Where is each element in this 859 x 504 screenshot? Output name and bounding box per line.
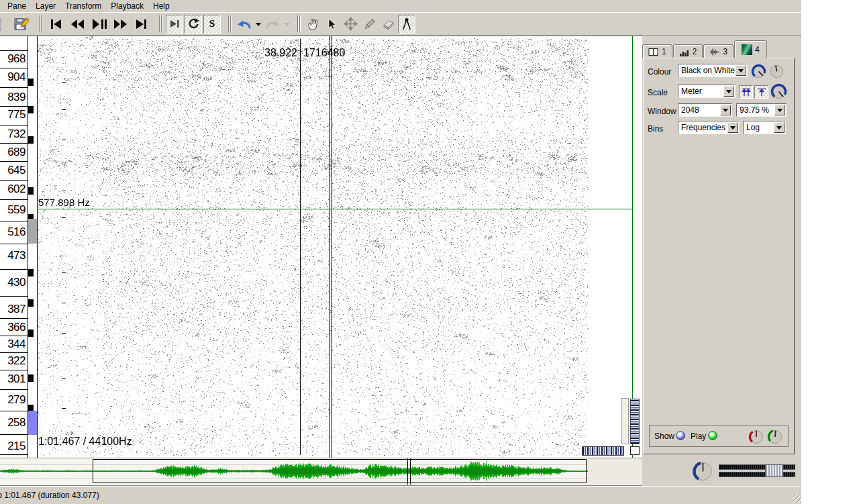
playback-speed-knob[interactable] [693,461,713,485]
pencil-icon [362,17,376,31]
move-icon [344,17,358,31]
tab-layer-2[interactable]: 2 [673,44,703,58]
save-session-icon [14,17,29,32]
axis-gridline [0,352,28,353]
rewind-start-button[interactable] [46,14,66,34]
frequency-tick-label: 732 [0,128,26,140]
axis-gridline [0,389,28,390]
axis-gridline [0,68,28,68]
tab-layer-3[interactable]: 3 [703,44,734,58]
window-resize-grip[interactable] [793,494,801,503]
cursor-frame-label: 1716480 [303,47,345,59]
loop-icon [187,17,200,31]
vertical-scroll-bar[interactable] [621,398,629,444]
solo-toggle[interactable]: S [203,15,221,34]
erase-tool-button[interactable] [379,15,397,34]
tab-pane-layout[interactable]: 1 [642,44,672,58]
piano-highlight-key-blue [28,411,37,435]
fast-forward-end-button[interactable] [132,14,152,34]
horizontal-zoom-thumbwheel[interactable] [582,446,624,456]
piano-black-key [28,106,34,113]
save-session-button[interactable] [13,15,30,34]
overview-visible-extent-box[interactable] [93,459,587,483]
frequency-tick-label: 430 [0,276,26,289]
frequency-axis: 9689048397757326896456025595164734303873… [0,36,28,458]
spectrogram-tab-icon [742,44,752,55]
draw-tool-button[interactable] [360,15,378,34]
frequency-crosshair-line [37,209,633,209]
toolbar-separator [159,15,162,32]
frequency-tick-label: 689 [0,146,26,158]
tab-label: 4 [755,45,760,54]
redo-icon [265,18,281,30]
playback-cursor-line-2 [332,36,332,458]
piano-black-key [28,269,34,276]
position-info-label: 1:01.467 / 44100Hz [38,436,132,448]
key-tick [62,408,66,409]
pane-tab-bar: 1234 [642,40,768,58]
piano-keyboard-strip [28,36,37,458]
piano-highlight-key-gray [28,219,37,244]
tab-label: 3 [723,47,727,56]
axis-gridline [0,125,28,125]
frequency-tick-label: 904 [0,71,26,83]
measure-tool-button[interactable] [398,15,415,34]
undo-icon [236,18,252,30]
select-tool-button[interactable] [323,15,340,34]
menu-transform[interactable]: Transform [60,1,106,11]
fader-handle[interactable] [765,464,783,477]
panes-tab-icon [648,48,659,56]
tab-layer-4[interactable]: 4 [734,40,767,58]
axis-gridline [0,269,28,270]
play-pause-button[interactable] [89,14,109,34]
frequency-tick-label: 258 [0,417,26,429]
dropdown-icon [255,21,262,28]
cursor-time-label: 38.922 [232,47,297,59]
document-button[interactable] [0,15,11,34]
tab-label: 2 [693,47,697,56]
axis-gridline [0,296,28,297]
dropdown-gray-icon [284,21,291,28]
status-bar [0,486,801,504]
frequency-tick-label: 602 [0,183,26,195]
app-window: PaneLayerTransformPlaybackHelp S 9689048… [0,0,859,504]
volume-fader[interactable] [719,464,795,478]
frequency-tick-label: 775 [0,109,26,121]
key-tick [62,191,66,191]
undo-menu-button[interactable] [254,15,262,34]
frequency-tick-label: 279 [0,394,26,406]
vertical-zoom-thumbwheel[interactable] [630,399,640,444]
axis-gridline [0,454,28,455]
key-tick [62,82,66,83]
play-loop-toggle[interactable] [185,15,202,34]
fast-forward-button[interactable] [110,14,130,34]
redo-button[interactable] [264,15,281,34]
navigate-tool-button[interactable] [304,15,321,34]
menu-help[interactable]: Help [148,1,174,11]
playback-cursor-line [330,36,330,458]
cursor-frequency-label: 577.898 Hz [38,197,90,208]
piano-black-key [28,374,34,382]
menu-layer[interactable]: Layer [31,1,60,11]
document-icon [0,17,11,32]
piano-black-key [28,136,34,144]
axis-gridline [0,318,28,319]
rewind-button[interactable] [67,14,87,34]
spectrogram-image[interactable] [38,36,589,458]
frequency-tick-label: 559 [0,204,26,216]
redo-menu-button[interactable] [283,15,291,34]
menu-pane[interactable]: Pane [3,1,31,11]
hand-icon [306,17,319,31]
key-tick [62,333,66,334]
edit-tool-button[interactable] [342,15,359,34]
compass-icon [400,17,413,31]
play-pause-icon [91,17,107,32]
play-selection-toggle[interactable] [166,15,183,34]
waveform-tab-icon [709,48,720,56]
zoom-reset-button[interactable] [630,446,640,455]
menu-playback[interactable]: Playback [106,1,148,11]
undo-button[interactable] [235,15,252,34]
piano-black-key [28,187,34,195]
frequency-tick-label: 366 [0,321,26,334]
overview-cursor-line-2 [410,458,411,485]
